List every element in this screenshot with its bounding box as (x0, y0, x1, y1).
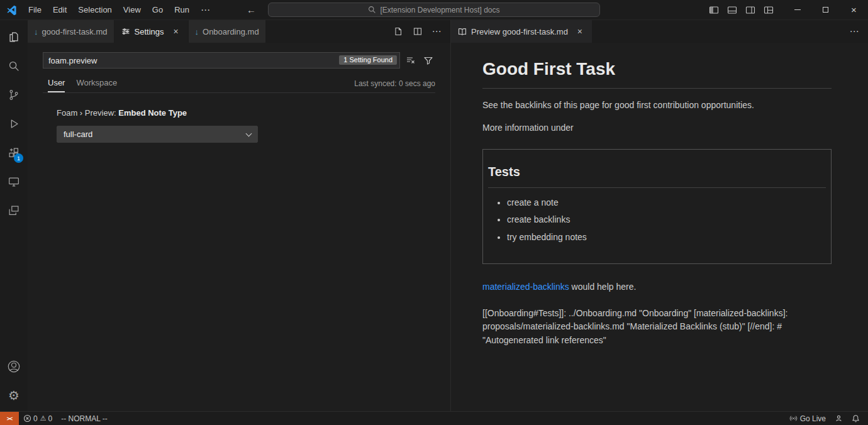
status-bar-right: Go Live (785, 412, 868, 425)
toggle-panel-icon[interactable] (723, 3, 740, 18)
maximize-icon (823, 7, 828, 13)
tab-preview-good-first-task[interactable]: Preview good-first-task.md × (451, 20, 593, 43)
back-icon[interactable]: ← (247, 4, 256, 15)
bell-icon (852, 414, 860, 422)
tab-settings[interactable]: Settings × (114, 20, 189, 43)
broadcast-icon (789, 414, 798, 422)
list-item: try embedding notes (507, 231, 826, 245)
setting-category: Foam › Preview: (57, 108, 118, 118)
close-tab-icon[interactable]: × (574, 26, 586, 36)
tab-onboarding[interactable]: ↓ Onboarding.md (189, 20, 266, 43)
markdown-file-icon: ↓ (195, 27, 199, 36)
go-live-label: Go Live (800, 414, 826, 423)
more-actions-icon[interactable]: ⋯ (428, 24, 445, 39)
titlebar-right-controls: × (705, 0, 868, 19)
embed-note-type-select[interactable]: full-card (57, 126, 258, 143)
warning-icon: ⚠ (40, 415, 47, 422)
menu-bar: File Edit Selection View Go Run ⋯ (23, 3, 216, 17)
editor-group-left: ↓ good-first-task.md Settings × ↓ Onboar… (28, 20, 450, 411)
maximize-button[interactable] (811, 0, 840, 20)
extensions-badge: 1 (14, 153, 23, 163)
menu-more-icon[interactable]: ⋯ (195, 3, 216, 17)
markdown-preview: Good First Task See the backlinks of thi… (451, 43, 868, 411)
markdown-file-icon: ↓ (34, 27, 38, 36)
tab-label: good-first-task.md (42, 27, 108, 36)
tab-label: Preview good-first-task.md (471, 27, 568, 36)
workbench: 1 ⚙ ↓ good-first-task.md Settings × (0, 20, 868, 411)
setting-name: Embed Note Type (118, 108, 187, 118)
accounts-icon[interactable] (0, 352, 28, 381)
editor-group-right: Preview good-first-task.md × ⋯ Good Firs… (450, 20, 868, 411)
search-view-icon[interactable] (0, 52, 28, 80)
select-value: full-card (64, 130, 92, 139)
split-editor-icon[interactable] (409, 24, 426, 39)
embed-title: Tests (488, 162, 826, 188)
menu-go[interactable]: Go (147, 3, 169, 17)
backlink-suffix: would help here. (569, 282, 637, 292)
extensions-icon[interactable]: 1 (0, 138, 28, 167)
editor-actions-left: ⋯ (389, 20, 450, 43)
notifications-button[interactable] (847, 412, 864, 425)
command-center-search[interactable]: [Extension Development Host] docs (268, 3, 600, 17)
vscode-logo-icon (0, 4, 23, 15)
menu-file[interactable]: File (23, 3, 47, 17)
feedback-icon (835, 414, 843, 422)
settings-gear-icon[interactable]: ⚙ (0, 381, 28, 410)
tab-bar-right: Preview good-first-task.md × ⋯ (451, 20, 868, 43)
activity-bar: 1 ⚙ (0, 20, 28, 411)
setting-row-embed-note-type: Foam › Preview: Embed Note Type full-car… (43, 108, 435, 143)
title-bar: File Edit Selection View Go Run ⋯ ← → [E… (0, 0, 868, 20)
preview-title: Good First Task (482, 55, 832, 89)
error-count: 0 (33, 414, 38, 423)
run-debug-icon[interactable] (0, 109, 28, 138)
settings-result-badge: 1 Setting Found (339, 55, 397, 65)
backlink-paragraph: materialized-backlinks would help here. (482, 280, 832, 294)
close-window-button[interactable]: × (840, 0, 868, 20)
menu-view[interactable]: View (118, 3, 147, 17)
close-tab-icon[interactable]: × (170, 26, 182, 36)
minimize-icon (794, 9, 801, 10)
link-references-paragraph: [[Onboarding#Tests]]: ../Onboarding.md "… (482, 307, 832, 348)
status-bar: >< 0 ⚠ 0 -- NORMAL -- Go Live (0, 411, 868, 425)
command-center-label: [Extension Development Host] docs (380, 6, 499, 14)
preview-intro: See the backlinks of this page for good … (482, 99, 832, 113)
foam-views-icon[interactable] (0, 196, 28, 225)
problems-status[interactable]: 0 ⚠ 0 (19, 412, 57, 425)
toggle-primary-sidebar-icon[interactable] (705, 3, 722, 18)
list-item: create backlinks (507, 213, 826, 227)
list-item: create a note (507, 196, 826, 210)
minimize-button[interactable] (783, 0, 811, 20)
remote-icon: >< (7, 416, 13, 422)
feedback-button[interactable] (830, 412, 847, 425)
source-control-icon[interactable] (0, 80, 28, 109)
warning-count: 0 (48, 414, 53, 423)
toggle-secondary-sidebar-icon[interactable] (742, 3, 759, 18)
scope-tab-user[interactable]: User (48, 74, 65, 92)
scope-tab-workspace[interactable]: Workspace (76, 74, 117, 92)
tab-label: Settings (135, 27, 164, 36)
settings-editor-icon (121, 26, 131, 36)
tab-bar-left: ↓ good-first-task.md Settings × ↓ Onboar… (28, 20, 450, 43)
remote-explorer-icon[interactable] (0, 167, 28, 196)
filter-settings-icon[interactable] (421, 53, 435, 68)
embed-list: create a note create backlinks try embed… (488, 196, 826, 245)
preview-icon (457, 26, 467, 36)
clear-search-filters-icon[interactable] (403, 53, 418, 68)
vim-mode-label: -- NORMAL -- (61, 414, 108, 423)
materialized-backlinks-link[interactable]: materialized-backlinks (482, 282, 569, 292)
more-actions-icon[interactable]: ⋯ (846, 24, 863, 39)
remote-indicator[interactable]: >< (0, 412, 19, 425)
embedded-note-card: Tests create a note create backlinks try… (482, 149, 832, 264)
go-live-button[interactable]: Go Live (785, 412, 830, 425)
explorer-icon[interactable] (0, 23, 28, 52)
open-settings-json-icon[interactable] (389, 24, 406, 39)
customize-layout-icon[interactable] (760, 3, 777, 18)
menu-selection[interactable]: Selection (72, 3, 117, 17)
chevron-down-icon (246, 130, 252, 136)
menu-edit[interactable]: Edit (47, 3, 72, 17)
tab-good-first-task[interactable]: ↓ good-first-task.md (28, 20, 114, 43)
vim-mode-indicator[interactable]: -- NORMAL -- (57, 412, 112, 425)
settings-scope-tabs: User Workspace Last synced: 0 secs ago (43, 74, 435, 93)
menu-run[interactable]: Run (169, 3, 195, 17)
editor-actions-right: ⋯ (846, 20, 868, 43)
